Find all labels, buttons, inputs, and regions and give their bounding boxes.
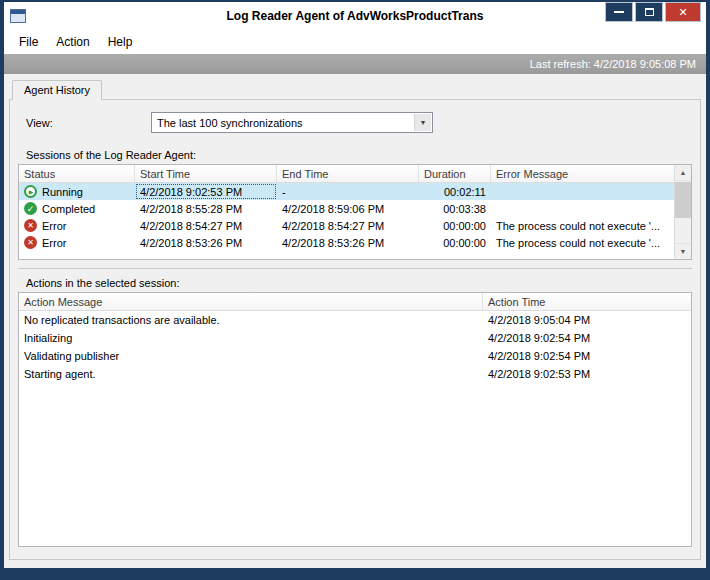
action-time-cell: 4/2/2018 9:02:54 PM [483, 329, 691, 347]
close-button[interactable] [665, 2, 701, 22]
session-row[interactable]: Running 4/2/2018 9:02:53 PM - 00:02:11 [19, 183, 674, 200]
close-icon [678, 6, 687, 18]
status-cell: Error [19, 217, 135, 234]
action-time-cell: 4/2/2018 9:02:54 PM [483, 347, 691, 365]
duration-cell: 00:00:00 [419, 234, 491, 251]
titlebar: Log Reader Agent of AdvWorksProductTrans [4, 2, 706, 30]
status-cell: Running [19, 183, 135, 200]
start-time-cell: 4/2/2018 8:54:27 PM [135, 217, 277, 234]
start-time-cell: 4/2/2018 8:53:26 PM [135, 234, 277, 251]
end-time-cell: 4/2/2018 8:54:27 PM [277, 217, 419, 234]
view-row: View: The last 100 synchronizations ▼ [26, 112, 692, 133]
vertical-scrollbar[interactable]: ▲ ▼ [674, 165, 691, 259]
actions-label: Actions in the selected session: [26, 277, 692, 289]
view-label: View: [26, 117, 151, 129]
agent-history-panel: View: The last 100 synchronizations ▼ Se… [9, 99, 701, 560]
scrollbar-thumb[interactable] [675, 182, 691, 218]
action-message-cell: Initializing [19, 329, 483, 347]
end-time-cell: - [277, 183, 419, 200]
window-body: Log Reader Agent of AdvWorksProductTrans… [4, 2, 706, 568]
action-message-cell: No replicated transactions are available… [19, 311, 483, 329]
action-row[interactable]: Validating publisher 4/2/2018 9:02:54 PM [19, 347, 691, 365]
tab-agent-history[interactable]: Agent History [12, 80, 102, 100]
refresh-bar: Last refresh: 4/2/2018 9:05:08 PM [4, 54, 706, 74]
last-refresh-text: Last refresh: 4/2/2018 9:05:08 PM [530, 58, 696, 70]
sessions-label: Sessions of the Log Reader Agent: [26, 149, 692, 161]
completed-status-icon [24, 202, 37, 215]
caption-buttons [605, 2, 701, 22]
status-cell: Completed [19, 200, 135, 217]
minimize-icon [614, 11, 624, 13]
scroll-up-button[interactable]: ▲ [675, 165, 691, 181]
start-time-cell: 4/2/2018 9:02:53 PM [135, 183, 277, 200]
client-area: Agent History View: The last 100 synchro… [4, 74, 706, 568]
column-header-start-time[interactable]: Start Time [135, 165, 277, 182]
column-header-end-time[interactable]: End Time [277, 165, 419, 182]
error-message-cell [491, 200, 674, 217]
menu-file[interactable]: File [10, 32, 47, 52]
error-status-icon [24, 219, 37, 232]
column-header-error-message[interactable]: Error Message [491, 165, 674, 182]
action-message-cell: Validating publisher [19, 347, 483, 365]
action-row[interactable]: Initializing 4/2/2018 9:02:54 PM [19, 329, 691, 347]
splitter [18, 268, 692, 269]
error-message-cell: The process could not execute '... [491, 217, 674, 234]
status-cell: Error [19, 234, 135, 251]
menubar: File Action Help [4, 30, 706, 54]
error-status-icon [24, 236, 37, 249]
session-row[interactable]: Completed 4/2/2018 8:55:28 PM 4/2/2018 8… [19, 200, 674, 217]
menu-action[interactable]: Action [47, 32, 98, 52]
view-dropdown[interactable]: The last 100 synchronizations ▼ [151, 112, 433, 133]
sessions-table: Status Start Time End Time Duration Erro… [18, 164, 692, 260]
end-time-cell: 4/2/2018 8:53:26 PM [277, 234, 419, 251]
duration-cell: 00:03:38 [419, 200, 491, 217]
column-header-action-message[interactable]: Action Message [19, 293, 483, 310]
column-header-action-time[interactable]: Action Time [483, 293, 691, 310]
window: Log Reader Agent of AdvWorksProductTrans… [0, 0, 710, 580]
action-row[interactable]: Starting agent. 4/2/2018 9:02:53 PM [19, 365, 691, 383]
chevron-down-icon[interactable]: ▼ [414, 114, 431, 131]
session-row[interactable]: Error 4/2/2018 8:54:27 PM 4/2/2018 8:54:… [19, 217, 674, 234]
view-dropdown-value: The last 100 synchronizations [157, 117, 303, 129]
duration-cell: 00:02:11 [419, 183, 491, 200]
actions-table-header: Action Message Action Time [19, 293, 691, 311]
maximize-icon [645, 8, 654, 16]
action-time-cell: 4/2/2018 9:05:04 PM [483, 311, 691, 329]
actions-table: Action Message Action Time No replicated… [18, 292, 692, 547]
scroll-down-button[interactable]: ▼ [675, 243, 691, 259]
column-header-status[interactable]: Status [19, 165, 135, 182]
end-time-cell: 4/2/2018 8:59:06 PM [277, 200, 419, 217]
session-row[interactable]: Error 4/2/2018 8:53:26 PM 4/2/2018 8:53:… [19, 234, 674, 251]
error-message-cell [491, 183, 674, 200]
action-time-cell: 4/2/2018 9:02:53 PM [483, 365, 691, 383]
sessions-table-header: Status Start Time End Time Duration Erro… [19, 165, 674, 183]
minimize-button[interactable] [605, 2, 633, 22]
error-message-cell: The process could not execute '... [491, 234, 674, 251]
action-row[interactable]: No replicated transactions are available… [19, 311, 691, 329]
window-title: Log Reader Agent of AdvWorksProductTrans [4, 9, 706, 23]
maximize-button[interactable] [635, 2, 663, 22]
menu-help[interactable]: Help [99, 32, 142, 52]
running-status-icon [24, 185, 37, 198]
duration-cell: 00:00:00 [419, 217, 491, 234]
start-time-cell: 4/2/2018 8:55:28 PM [135, 200, 277, 217]
column-header-duration[interactable]: Duration [419, 165, 491, 182]
action-message-cell: Starting agent. [19, 365, 483, 383]
sessions-table-body: Running 4/2/2018 9:02:53 PM - 00:02:11 C… [19, 183, 674, 259]
